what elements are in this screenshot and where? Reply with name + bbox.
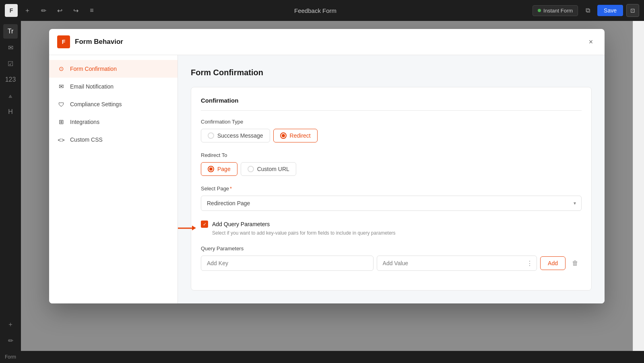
main-canvas: F Form Behavior × ⊙ Form Confirmation ✉ … (21, 21, 633, 351)
redirect-option[interactable]: Redirect (273, 129, 318, 142)
query-params-group: Query Parameters ⋮ Add 🗑 (201, 245, 582, 271)
page-radio[interactable] (208, 166, 214, 172)
modal-close-button[interactable]: × (585, 36, 597, 47)
title-area (101, 5, 529, 16)
bottom-bar: Form (0, 351, 644, 363)
modal-header: F Form Behavior × (49, 29, 605, 55)
confirmation-type-radio-group: Success Message Redirect (201, 129, 582, 142)
instant-form-badge: Instant Form (533, 5, 578, 16)
confirmation-card: Confirmation Confirmation Type Success M… (191, 87, 592, 291)
query-value-wrapper: ⋮ (377, 256, 537, 271)
list-button[interactable]: ≡ (85, 4, 98, 17)
save-button[interactable]: Save (597, 5, 623, 16)
redo-button[interactable]: ↪ (69, 4, 82, 17)
add-query-param-button[interactable]: Add (540, 256, 566, 270)
sidebar-tr-icon[interactable]: Tr (3, 24, 18, 39)
email-notification-label: Email Notification (70, 83, 114, 90)
content-title: Form Confirmation (191, 68, 592, 77)
more-options-icon[interactable]: ⋮ (526, 260, 533, 267)
toolbar-logo: F (5, 4, 18, 17)
add-key-input[interactable] (201, 256, 374, 271)
right-panel-strip (633, 21, 644, 351)
nav-item-custom-css[interactable]: <> Custom CSS (49, 131, 178, 148)
nav-item-compliance-settings[interactable]: 🛡 Compliance Settings (49, 95, 178, 113)
integrations-icon: ⊞ (57, 118, 65, 126)
toolbar: F ＋ ✏ ↩ ↪ ≡ Instant Form ⧉ Save ⊡ (0, 0, 644, 21)
custom-url-option[interactable]: Custom URL (241, 162, 296, 176)
sidebar-mail-icon[interactable]: ✉ (3, 40, 18, 55)
delete-query-param-button[interactable]: 🗑 (569, 257, 582, 270)
form-confirmation-icon: ⊙ (57, 65, 65, 73)
add-query-params-label: Add Query Parameters (212, 221, 270, 227)
toolbar-right: Instant Form ⧉ Save ⊡ (533, 4, 639, 17)
undo-button[interactable]: ↩ (53, 4, 66, 17)
sidebar-check-icon[interactable]: ☑ (3, 56, 18, 71)
add-query-params-hint: Select if you want to add key-value pair… (212, 230, 582, 236)
modal-logo: F (57, 35, 70, 48)
bottom-bar-label: Form (5, 354, 16, 360)
instant-form-label: Instant Form (543, 8, 573, 14)
add-query-params-checkbox[interactable]: ✓ (201, 221, 208, 228)
success-message-label: Success Message (217, 132, 263, 139)
select-page-group: Select Page* Redirection Page ▾ (201, 186, 582, 211)
success-message-option[interactable]: Success Message (201, 129, 270, 142)
confirmation-type-label: Confirmation Type (201, 119, 582, 125)
success-message-radio[interactable] (208, 132, 214, 139)
confirmation-type-group: Confirmation Type Success Message (201, 119, 582, 142)
compliance-settings-label: Compliance Settings (70, 101, 122, 107)
integrations-label: Integrations (70, 119, 99, 125)
modal-body: ⊙ Form Confirmation ✉ Email Notification… (49, 55, 605, 303)
modal-title: Form Behavior (75, 38, 580, 46)
page-radio-dot (209, 167, 213, 171)
select-page-wrapper: Redirection Page ▾ (201, 196, 582, 211)
add-value-input[interactable] (377, 256, 537, 271)
sidebar-plus-icon[interactable]: ＋ (3, 317, 18, 332)
add-button[interactable]: ＋ (21, 4, 34, 17)
redirect-to-label: Redirect To (201, 152, 582, 158)
page-label: Page (217, 166, 231, 172)
sidebar-pencil-icon[interactable]: ✏ (3, 333, 18, 348)
query-params-label: Query Parameters (201, 245, 582, 252)
custom-url-radio[interactable] (248, 166, 254, 172)
sidebar-h-icon[interactable]: H (3, 105, 18, 119)
edit-button[interactable]: ✏ (37, 4, 50, 17)
sidebar-plug-icon[interactable]: ⟁ (3, 89, 18, 103)
modal-content: Form Confirmation Confirmation Confirmat… (178, 55, 605, 303)
layout-button[interactable]: ⊡ (626, 4, 639, 17)
compliance-settings-icon: 🛡 (57, 100, 65, 108)
custom-css-icon: <> (57, 136, 65, 144)
left-sidebar: Tr ✉ ☑ 123 ⟁ H ＋ ✏ (0, 21, 21, 351)
status-dot (538, 9, 541, 12)
external-link-button[interactable]: ⧉ (581, 4, 594, 17)
arrow-line (178, 228, 193, 229)
select-page-label: Select Page* (201, 186, 582, 192)
nav-item-email-notification[interactable]: ✉ Email Notification (49, 78, 178, 95)
nav-item-form-confirmation[interactable]: ⊙ Form Confirmation (49, 60, 178, 78)
add-query-params-group: ✓ Add Query Parameters Select if you wan… (201, 221, 582, 236)
email-notification-icon: ✉ (57, 82, 65, 91)
redirect-to-radio-group: Page Custom URL (201, 162, 582, 176)
custom-css-label: Custom CSS (70, 136, 103, 143)
nav-item-integrations[interactable]: ⊞ Integrations (49, 113, 178, 131)
redirect-label: Redirect (290, 132, 311, 139)
redirect-radio[interactable] (280, 132, 287, 139)
arrow-annotation (178, 228, 193, 229)
card-title: Confirmation (201, 97, 582, 111)
form-behavior-modal: F Form Behavior × ⊙ Form Confirmation ✉ … (49, 29, 605, 303)
form-title-input[interactable] (255, 5, 376, 16)
checkmark-icon: ✓ (203, 222, 206, 227)
select-page-dropdown[interactable]: Redirection Page (201, 196, 582, 211)
modal-overlay: F Form Behavior × ⊙ Form Confirmation ✉ … (21, 21, 633, 351)
page-option[interactable]: Page (201, 162, 237, 176)
form-confirmation-label: Form Confirmation (70, 66, 117, 72)
custom-url-label: Custom URL (257, 166, 289, 172)
query-params-row: ⋮ Add 🗑 (201, 256, 582, 271)
redirect-radio-dot (282, 134, 285, 137)
modal-sidebar: ⊙ Form Confirmation ✉ Email Notification… (49, 55, 178, 303)
sidebar-123-icon[interactable]: 123 (3, 72, 18, 87)
redirect-to-group: Redirect To Page Cus (201, 152, 582, 176)
add-query-params-row: ✓ Add Query Parameters (201, 221, 582, 228)
